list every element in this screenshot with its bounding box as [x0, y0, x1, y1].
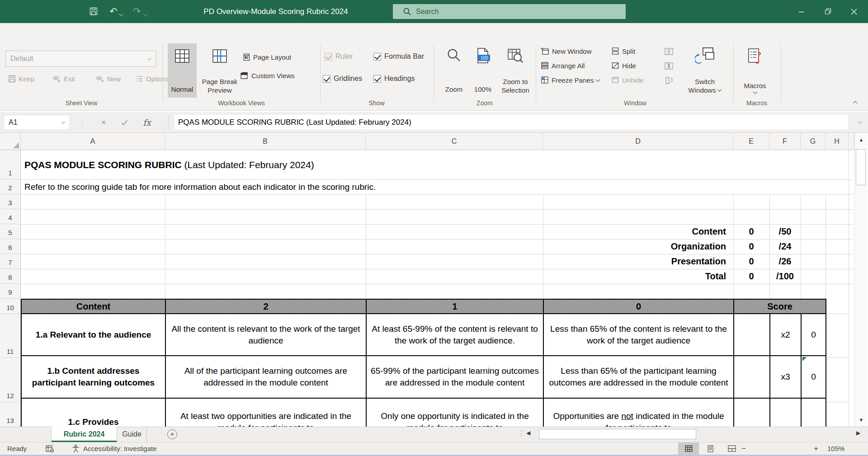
- row-header-10[interactable]: 10: [0, 299, 21, 314]
- save-icon[interactable]: [87, 5, 100, 18]
- expand-formula-bar-icon[interactable]: [854, 115, 866, 130]
- headings-checkbox[interactable]: Headings: [373, 74, 415, 84]
- row-header-11[interactable]: 11: [0, 314, 21, 358]
- collapse-ribbon-icon[interactable]: [854, 99, 857, 107]
- minimize-button[interactable]: [788, 0, 815, 23]
- level1-cell[interactable]: Only one opportunity is indicated in the…: [366, 398, 543, 427]
- zoom-out-button[interactable]: −: [741, 442, 746, 455]
- column-header-e[interactable]: E: [733, 133, 769, 150]
- arrange-all-button[interactable]: Arrange All: [541, 60, 585, 71]
- rubric-header-1[interactable]: 1: [366, 299, 543, 314]
- row-header-12[interactable]: 12: [0, 358, 21, 402]
- row-header-13[interactable]: 13: [0, 402, 21, 427]
- drag-handle-icon[interactable]: ⋮: [80, 115, 85, 130]
- column-header-f[interactable]: F: [769, 133, 801, 150]
- row-header-1[interactable]: 1: [0, 150, 21, 179]
- score-cell[interactable]: 0: [801, 356, 826, 398]
- column-header-h[interactable]: H: [826, 133, 849, 150]
- zoom-button[interactable]: Zoom: [440, 43, 468, 98]
- formula-input[interactable]: PQAS MODULE SCORING RUBRIC (Last Updated…: [175, 115, 848, 130]
- level2-cell[interactable]: All the content is relevant to the work …: [165, 314, 366, 356]
- summary-value-content[interactable]: 0: [733, 224, 769, 239]
- score-entry-cell[interactable]: [734, 314, 770, 356]
- rubric-header-score[interactable]: Score: [734, 299, 826, 314]
- summary-label-total[interactable]: Total: [543, 269, 730, 284]
- row-header-4[interactable]: 4: [0, 209, 21, 224]
- sheet-tab-rubric-2024[interactable]: Rubric 2024: [51, 427, 117, 442]
- summary-label-organization[interactable]: Organization: [543, 239, 730, 254]
- summary-max-content[interactable]: /50: [769, 224, 801, 239]
- level1-cell[interactable]: At least 65-99% of the content is releva…: [366, 314, 543, 356]
- page-layout-view-toggle[interactable]: [700, 442, 721, 455]
- tab-splitter-handle-icon[interactable]: ⋮: [518, 429, 524, 437]
- insert-function-icon[interactable]: fx: [137, 115, 157, 130]
- row-header-3[interactable]: 3: [0, 194, 21, 209]
- level0-cell[interactable]: Opportunities are not indicated in the m…: [543, 398, 734, 427]
- column-header-b[interactable]: B: [165, 133, 366, 150]
- level1-cell[interactable]: 65-99% of the participant learning outco…: [366, 356, 543, 398]
- summary-value-organization[interactable]: 0: [733, 239, 769, 254]
- normal-view-button[interactable]: Normal: [168, 43, 197, 98]
- page-break-preview-button[interactable]: Page Break Preview: [199, 43, 241, 98]
- column-header-g[interactable]: G: [801, 133, 826, 150]
- score-entry-cell[interactable]: [734, 398, 770, 427]
- row-header-7[interactable]: 7: [0, 254, 21, 269]
- summary-value-total[interactable]: 0: [733, 269, 769, 284]
- column-header-d[interactable]: D: [543, 133, 733, 150]
- row-header-9[interactable]: 9: [0, 284, 21, 299]
- split-button[interactable]: Split: [611, 46, 635, 56]
- sheet-tab-guide[interactable]: Guide: [117, 427, 147, 442]
- level0-cell[interactable]: Less than 65% of the content is relevant…: [543, 314, 734, 356]
- scroll-up-icon[interactable]: ▲: [855, 133, 868, 146]
- rubric-header-content[interactable]: Content: [21, 299, 165, 314]
- gridlines-checkbox[interactable]: Gridlines: [323, 74, 362, 84]
- scroll-right-icon[interactable]: ▶: [856, 430, 860, 436]
- name-box[interactable]: A1: [4, 115, 70, 130]
- multiplier-cell[interactable]: x2: [770, 314, 801, 356]
- level2-cell[interactable]: All of the participant learning outcomes…: [165, 356, 366, 398]
- scroll-down-icon[interactable]: ▼: [855, 413, 868, 427]
- formula-bar-checkbox[interactable]: Formula Bar: [373, 52, 424, 61]
- multiplier-cell[interactable]: [770, 398, 801, 427]
- criterion-cell[interactable]: 1.b Content addresses participant learni…: [21, 356, 165, 398]
- page-break-view-toggle[interactable]: [722, 442, 742, 455]
- multiplier-cell[interactable]: x3: [770, 356, 801, 398]
- level0-cell[interactable]: Less than 65% of the participant learnin…: [543, 356, 734, 398]
- undo-icon[interactable]: ↶: [107, 5, 120, 18]
- vertical-scrollbar-thumb[interactable]: [856, 149, 866, 185]
- row-header-6[interactable]: 6: [0, 239, 21, 254]
- sheet-note-cell[interactable]: Refer to the scoring guide tab for more …: [24, 179, 376, 194]
- page-layout-view-button[interactable]: Page Layout: [243, 52, 291, 62]
- summary-label-content[interactable]: Content: [543, 224, 730, 239]
- rubric-header-2[interactable]: 2: [165, 299, 366, 314]
- summary-max-presentation[interactable]: /26: [769, 254, 801, 269]
- restore-button[interactable]: [815, 0, 841, 23]
- new-window-button[interactable]: New Window: [541, 46, 592, 56]
- level2-cell[interactable]: At least two opportunities are indicated…: [165, 398, 366, 427]
- summary-max-total[interactable]: /100: [769, 269, 801, 284]
- search-input[interactable]: Search: [393, 4, 626, 19]
- row-header-2[interactable]: 2: [0, 179, 21, 194]
- summary-label-presentation[interactable]: Presentation: [543, 254, 730, 269]
- hide-button[interactable]: Hide: [611, 60, 636, 71]
- close-button[interactable]: [841, 0, 867, 23]
- column-header-a[interactable]: A: [21, 133, 165, 150]
- score-entry-cell[interactable]: [734, 356, 770, 398]
- macros-button[interactable]: Macros: [738, 43, 772, 98]
- criterion-cell[interactable]: 1.c Provides: [21, 398, 165, 427]
- horizontal-scrollbar-thumb[interactable]: [539, 429, 696, 439]
- scroll-left-icon[interactable]: ◀: [526, 430, 530, 436]
- summary-max-organization[interactable]: /24: [769, 239, 801, 254]
- score-cell[interactable]: 0: [801, 314, 826, 356]
- accessibility-status[interactable]: Accessibility: Investigate: [71, 442, 157, 455]
- zoom-level-indicator[interactable]: 105%: [827, 442, 844, 455]
- custom-views-button[interactable]: Custom Views: [240, 70, 295, 81]
- normal-view-toggle[interactable]: [678, 442, 699, 455]
- switch-windows-button[interactable]: Switch Windows: [682, 43, 728, 98]
- summary-value-presentation[interactable]: 0: [733, 254, 769, 269]
- zoom-in-button[interactable]: +: [814, 442, 818, 455]
- select-all-corner[interactable]: [0, 133, 21, 150]
- sheet-title-cell[interactable]: PQAS MODULE SCORING RUBRIC (Last Updated…: [24, 150, 314, 179]
- macro-record-icon[interactable]: [45, 442, 54, 455]
- column-header-c[interactable]: C: [366, 133, 543, 150]
